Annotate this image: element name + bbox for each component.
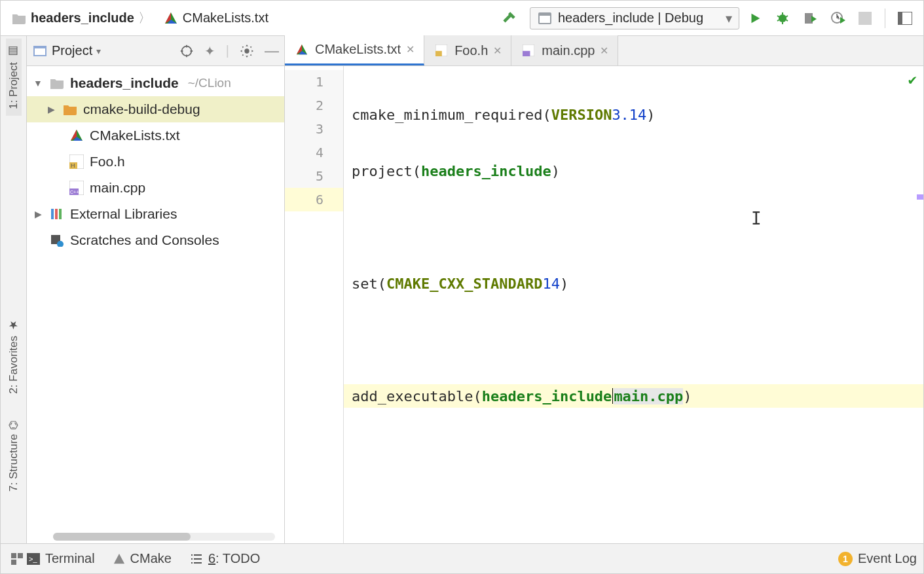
- tree-root[interactable]: ▼ headers_include ~/CLion: [27, 70, 284, 96]
- tree-root-path: ~/CLion: [188, 76, 231, 90]
- cmake-icon: [163, 10, 179, 26]
- tool-windows-button[interactable]: [7, 553, 27, 565]
- side-tab-structure-label: 7: Structure: [7, 434, 20, 492]
- tree-header-file[interactable]: H Foo.h: [27, 149, 284, 175]
- side-tab-project-label: 1: Project: [7, 62, 20, 109]
- status-cmake[interactable]: CMake: [113, 551, 172, 566]
- collapse-icon[interactable]: ▼: [32, 78, 44, 88]
- tree-build-dir[interactable]: ▶ cmake-build-debug: [27, 96, 284, 122]
- cmake-icon: [69, 128, 84, 143]
- svg-text:H: H: [71, 162, 75, 169]
- settings-button[interactable]: [240, 44, 254, 58]
- status-bar: >_ Terminal CMake 6: TODO 1 Event Log: [1, 543, 923, 573]
- expand-icon[interactable]: ▶: [45, 104, 57, 115]
- cmake-icon: [294, 42, 310, 58]
- right-stripe-mark[interactable]: [917, 194, 923, 200]
- side-tab-structure[interactable]: 7: Structure ⌬: [6, 414, 22, 498]
- token-fn: set: [352, 276, 378, 292]
- svg-text:C++: C++: [70, 190, 79, 194]
- hide-button[interactable]: —: [265, 43, 279, 60]
- folder-excluded-icon: [62, 101, 78, 117]
- token-fn: cmake_minimum_required: [352, 107, 542, 123]
- project-strip-icon: ▤: [7, 45, 20, 58]
- tree-scratches[interactable]: Scratches and Consoles: [27, 227, 284, 253]
- text-caret: [612, 388, 613, 404]
- status-eventlog[interactable]: Event Log: [858, 551, 917, 566]
- tab-main-cpp[interactable]: main.cpp ✕: [511, 35, 618, 65]
- status-cmake-label: CMake: [130, 551, 172, 566]
- line-number: 6: [285, 188, 343, 211]
- run-button[interactable]: [743, 7, 767, 30]
- status-todo[interactable]: 6: TODO: [190, 551, 260, 566]
- svg-rect-38: [11, 560, 16, 565]
- tree-scratches-label: Scratches and Consoles: [70, 232, 219, 248]
- tree-external-label: External Libraries: [70, 206, 177, 222]
- profile-button[interactable]: [826, 7, 849, 30]
- layout-settings-button[interactable]: [893, 7, 917, 30]
- cpp-file-icon: [521, 43, 536, 58]
- status-terminal-label: Terminal: [45, 551, 95, 566]
- scratches-icon: [49, 232, 65, 248]
- token-num: 14: [542, 276, 560, 292]
- breadcrumb-file[interactable]: CMakeLists.txt: [159, 8, 272, 29]
- tab-foo-h[interactable]: Foo.h ✕: [424, 35, 511, 65]
- svg-rect-12: [35, 48, 45, 55]
- token-file: main.cpp: [614, 388, 683, 404]
- close-icon[interactable]: ✕: [493, 45, 502, 57]
- code-line: [344, 328, 923, 351]
- line-number: 1: [285, 70, 343, 94]
- tree-horizontal-scrollbar[interactable]: [53, 533, 275, 541]
- svg-marker-41: [113, 553, 124, 563]
- locate-button[interactable]: [179, 44, 194, 58]
- separator: [885, 9, 885, 28]
- expand-icon[interactable]: ▶: [32, 209, 44, 219]
- code-line: set(CMAKE_CXX_STANDARD 14): [344, 272, 923, 295]
- token-fn: add_executable: [352, 388, 473, 404]
- editor-gutter: 1 2 3 4 5 6: [285, 66, 344, 543]
- chevron-down-icon: ▾: [726, 10, 732, 26]
- run-config-selector[interactable]: headers_include | Debug ▾: [530, 7, 739, 29]
- token-kw: VERSION: [551, 107, 612, 123]
- code-content[interactable]: cmake_minimum_required(VERSION 3.14) pro…: [344, 66, 923, 543]
- svg-rect-26: [59, 209, 62, 219]
- expand-all-button[interactable]: ✦: [204, 43, 215, 59]
- tree-main-file[interactable]: C++ main.cpp: [27, 175, 284, 201]
- breadcrumb-root[interactable]: headers_include 〉: [7, 7, 155, 29]
- inspection-ok-icon[interactable]: ✔: [908, 71, 917, 88]
- side-tab-favorites[interactable]: 2: Favorites ★: [6, 312, 22, 401]
- svg-rect-25: [55, 209, 58, 219]
- code-editor[interactable]: 1 2 3 4 5 6 cmake_minimum_required(VERSI…: [285, 66, 923, 543]
- status-terminal[interactable]: >_ Terminal: [27, 551, 95, 566]
- eventlog-badge[interactable]: 1: [838, 552, 853, 566]
- folder-icon: [49, 75, 65, 91]
- build-button[interactable]: [497, 7, 521, 30]
- svg-rect-4: [540, 16, 550, 23]
- tree-build-dir-label: cmake-build-debug: [83, 101, 200, 117]
- debug-button[interactable]: [771, 7, 794, 30]
- close-icon[interactable]: ✕: [406, 43, 415, 56]
- side-tab-project[interactable]: 1: Project ▤: [6, 39, 22, 116]
- run-coverage-button[interactable]: [798, 7, 822, 30]
- project-tree[interactable]: ▼ headers_include ~/CLion ▶ cmake-build-…: [27, 66, 284, 543]
- close-icon[interactable]: ✕: [600, 45, 608, 57]
- tab-cmakelists[interactable]: CMakeLists.txt ✕: [285, 35, 424, 65]
- tree-cmake-file[interactable]: CMakeLists.txt: [27, 122, 284, 149]
- token-var: CMAKE_CXX_STANDARD: [386, 276, 542, 292]
- cpp-file-icon: C++: [69, 180, 84, 196]
- project-view-selector[interactable]: Project ▾: [32, 43, 101, 59]
- tree-main-file-label: main.cpp: [90, 180, 145, 196]
- structure-icon: ⌬: [7, 420, 20, 430]
- tab-foo-h-label: Foo.h: [454, 43, 488, 58]
- h-file-icon: [434, 43, 449, 58]
- left-tool-strip: 1: Project ▤ 2: Favorites ★ 7: Structure…: [1, 36, 27, 543]
- scrollbar-thumb[interactable]: [53, 533, 191, 541]
- svg-rect-35: [523, 51, 530, 56]
- breadcrumb-file-label: CMakeLists.txt: [183, 10, 268, 26]
- folder-icon: [11, 10, 27, 26]
- project-view-label: Project: [52, 43, 92, 58]
- tree-external-libs[interactable]: ▶ External Libraries: [27, 201, 284, 227]
- svg-rect-33: [435, 51, 442, 56]
- token-num: 3.14: [612, 107, 646, 123]
- chevron-down-icon: ▾: [96, 46, 101, 56]
- stop-button[interactable]: [853, 7, 877, 30]
